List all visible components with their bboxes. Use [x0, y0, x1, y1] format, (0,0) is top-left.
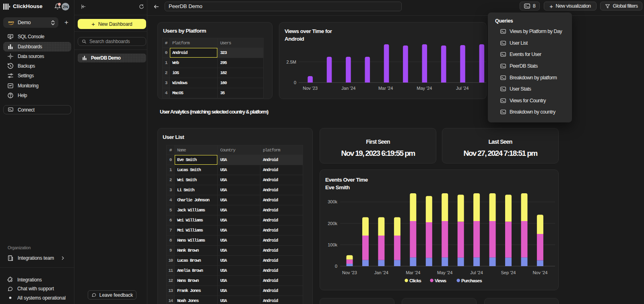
svg-text:Nov '24: Nov '24 [533, 270, 547, 275]
svg-text:0: 0 [335, 264, 337, 269]
svg-text:Jan '24: Jan '24 [341, 86, 355, 91]
svg-text:Mar '24: Mar '24 [406, 270, 420, 275]
svg-text:Mar '24: Mar '24 [378, 86, 393, 91]
svg-text:May '24: May '24 [417, 86, 432, 91]
svg-text:Jan '24: Jan '24 [374, 270, 388, 275]
svg-text:0: 0 [294, 80, 296, 85]
svg-text:May '24: May '24 [437, 270, 452, 275]
svg-text:100k: 100k [328, 242, 337, 247]
svg-text:Clicks: Clicks [409, 278, 421, 283]
svg-text:Purchases: Purchases [461, 278, 482, 283]
svg-text:Sep '24: Sep '24 [501, 270, 516, 275]
svg-text:2.5M: 2.5M [287, 60, 296, 64]
svg-text:Nov '23: Nov '23 [342, 270, 357, 275]
svg-text:Views: Views [435, 278, 446, 283]
svg-text:Nov '23: Nov '23 [303, 86, 318, 91]
svg-text:300k: 300k [328, 199, 337, 204]
svg-text:Jul '24: Jul '24 [470, 270, 483, 275]
svg-text:aws: aws [8, 20, 14, 23]
svg-text:Jul '24: Jul '24 [456, 86, 469, 91]
svg-text:200k: 200k [328, 221, 337, 226]
